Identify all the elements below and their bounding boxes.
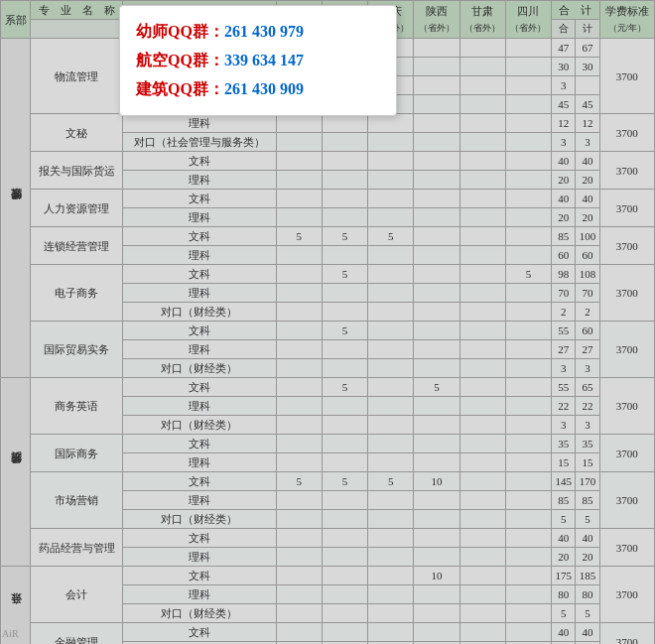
popup-box: 幼师QQ群：261 430 979 航空QQ群：339 634 147 建筑QQ…	[119, 5, 397, 116]
popup-value-1: 261 430 979	[224, 23, 304, 40]
popup-line-3: 建筑QQ群：261 430 909	[136, 75, 380, 104]
popup-line-1: 幼师QQ群：261 430 979	[136, 18, 380, 47]
popup-value-3: 261 430 909	[224, 80, 304, 97]
popup-label-3: 建筑QQ群：	[136, 80, 224, 97]
popup-label-2: 航空QQ群：	[136, 52, 224, 68]
popup-label-1: 幼师QQ群：	[136, 23, 224, 40]
popup-value-2: 339 634 147	[224, 52, 304, 68]
popup-line-2: 航空QQ群：339 634 147	[136, 47, 380, 75]
